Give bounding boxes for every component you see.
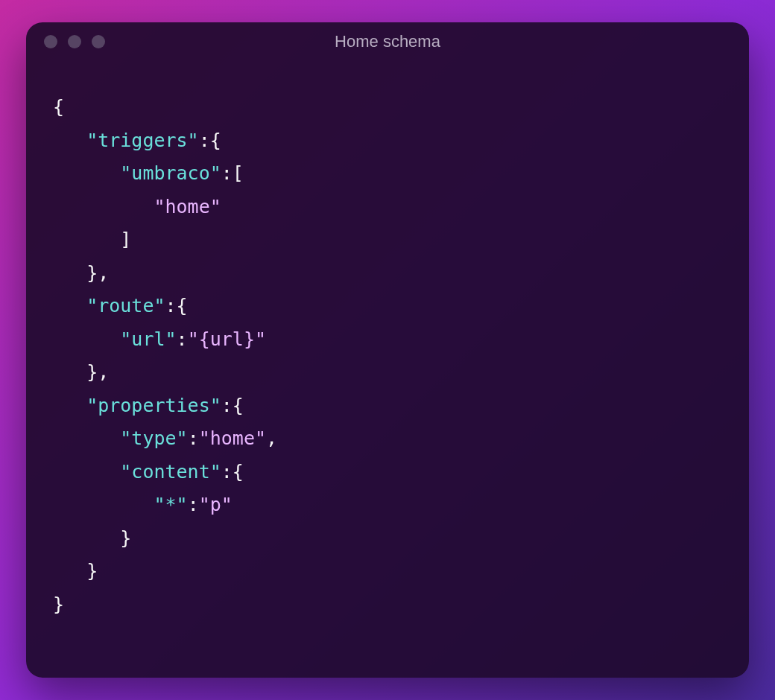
code-token-punc: :{ (221, 395, 244, 416)
code-token-str: "p" (199, 494, 232, 515)
code-token-punc (53, 461, 120, 483)
code-token-punc: : (188, 427, 199, 449)
code-token-punc: :[ (221, 162, 244, 184)
code-line: "home" (53, 191, 722, 224)
code-token-punc: :{ (221, 461, 244, 483)
code-token-punc: }, (53, 361, 109, 383)
code-token-str: "home" (154, 196, 221, 217)
code-token-key: "content" (120, 461, 221, 483)
code-line: "route":{ (53, 290, 722, 323)
code-token-punc: { (53, 96, 64, 118)
code-line: "*":"p" (53, 489, 722, 522)
code-token-key: "*" (154, 494, 187, 515)
code-token-key: "umbraco" (120, 162, 221, 184)
traffic-lights (44, 35, 105, 48)
code-token-key: "url" (120, 328, 176, 350)
code-line: } (53, 555, 722, 588)
code-token-key: "route" (86, 295, 165, 316)
code-line: "triggers":{ (53, 124, 722, 158)
code-token-punc: , (266, 427, 277, 449)
code-token-str: "{url}" (188, 328, 266, 350)
code-token-punc (53, 395, 86, 416)
window-title: Home schema (44, 32, 731, 51)
code-line: { (53, 91, 722, 124)
code-editor[interactable]: { "triggers":{ "umbraco":[ "home" ] }, "… (26, 61, 749, 643)
code-token-punc (53, 494, 154, 515)
code-token-punc: } (53, 527, 131, 549)
window-minimize-button[interactable] (68, 35, 81, 48)
code-line: "properties":{ (53, 389, 722, 423)
code-token-punc (53, 196, 154, 217)
code-token-punc: } (53, 560, 98, 582)
code-token-punc: } (53, 594, 64, 615)
code-token-punc (53, 162, 120, 184)
code-token-punc: :{ (165, 295, 188, 316)
window-close-button[interactable] (44, 35, 57, 48)
code-token-punc: : (177, 328, 188, 350)
code-token-punc (53, 427, 120, 449)
code-token-key: "triggers" (86, 130, 199, 151)
code-token-key: "properties" (86, 395, 221, 416)
code-line: }, (53, 257, 722, 290)
code-token-punc: :{ (199, 130, 221, 151)
code-line: "content":{ (53, 456, 722, 489)
code-line: "umbraco":[ (53, 157, 722, 191)
code-line: } (53, 588, 722, 622)
code-token-punc (53, 130, 86, 151)
code-line: "url":"{url}" (53, 323, 722, 357)
code-token-punc: : (188, 494, 199, 515)
code-window: Home schema { "triggers":{ "umbraco":[ "… (26, 22, 749, 678)
window-maximize-button[interactable] (92, 35, 105, 48)
code-token-punc (53, 328, 120, 350)
code-line: ] (53, 223, 722, 257)
code-token-punc (53, 295, 86, 316)
code-line: } (53, 522, 722, 556)
code-token-punc: }, (53, 262, 109, 284)
code-token-str: "home" (199, 427, 266, 449)
code-line: "type":"home", (53, 422, 722, 456)
code-token-key: "type" (120, 427, 187, 449)
code-token-punc: ] (53, 229, 131, 250)
code-line: }, (53, 356, 722, 389)
titlebar: Home schema (26, 22, 749, 61)
